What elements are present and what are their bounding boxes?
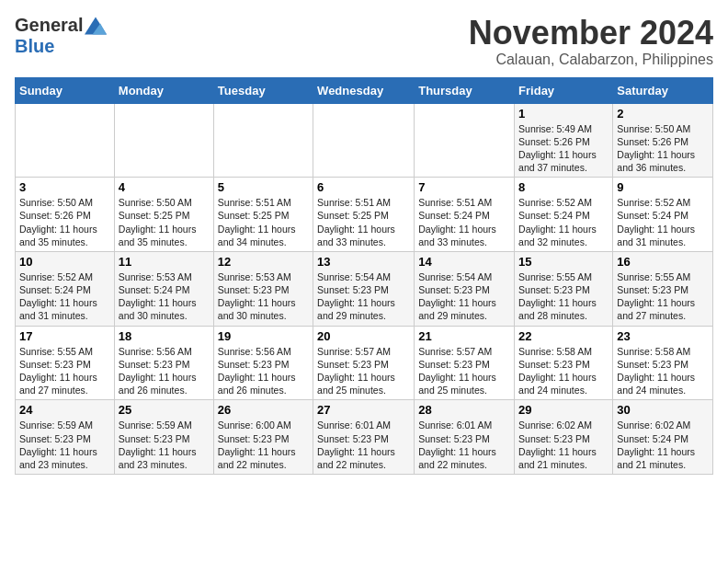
day-info: Sunrise: 5:57 AM Sunset: 5:23 PM Dayligh…: [317, 345, 410, 397]
calendar-cell: 12Sunrise: 5:53 AM Sunset: 5:23 PM Dayli…: [213, 251, 313, 326]
calendar-cell: 13Sunrise: 5:54 AM Sunset: 5:23 PM Dayli…: [313, 251, 415, 326]
logo-icon: [85, 17, 107, 35]
calendar-cell: 8Sunrise: 5:52 AM Sunset: 5:24 PM Daylig…: [515, 178, 613, 252]
day-number: 2: [617, 107, 709, 121]
month-title: November 2024: [469, 15, 713, 52]
day-info: Sunrise: 5:58 AM Sunset: 5:23 PM Dayligh…: [518, 345, 609, 397]
day-number: 15: [518, 255, 609, 269]
day-number: 12: [218, 255, 309, 269]
weekday-header: Tuesday: [213, 77, 313, 103]
calendar-cell: 26Sunrise: 6:00 AM Sunset: 5:23 PM Dayli…: [213, 400, 313, 475]
day-number: 30: [617, 403, 709, 417]
calendar-cell: [213, 103, 313, 178]
calendar-cell: 23Sunrise: 5:58 AM Sunset: 5:23 PM Dayli…: [613, 326, 713, 400]
day-number: 3: [19, 180, 110, 194]
day-number: 22: [518, 329, 609, 343]
calendar-cell: 18Sunrise: 5:56 AM Sunset: 5:23 PM Dayli…: [114, 326, 213, 400]
day-info: Sunrise: 6:02 AM Sunset: 5:23 PM Dayligh…: [518, 419, 609, 471]
day-number: 19: [218, 329, 309, 343]
day-info: Sunrise: 5:54 AM Sunset: 5:23 PM Dayligh…: [418, 270, 510, 323]
day-number: 24: [19, 403, 110, 417]
day-info: Sunrise: 5:57 AM Sunset: 5:23 PM Dayligh…: [418, 345, 510, 397]
weekday-header: Wednesday: [313, 77, 415, 103]
weekday-header: Thursday: [415, 77, 515, 103]
calendar-week-row: 3Sunrise: 5:50 AM Sunset: 5:26 PM Daylig…: [16, 178, 713, 252]
day-info: Sunrise: 5:53 AM Sunset: 5:24 PM Dayligh…: [119, 270, 210, 323]
calendar-cell: 14Sunrise: 5:54 AM Sunset: 5:23 PM Dayli…: [415, 251, 515, 326]
day-info: Sunrise: 6:01 AM Sunset: 5:23 PM Dayligh…: [418, 419, 510, 471]
day-info: Sunrise: 5:59 AM Sunset: 5:23 PM Dayligh…: [19, 419, 110, 471]
calendar-cell: 10Sunrise: 5:52 AM Sunset: 5:24 PM Dayli…: [16, 251, 115, 326]
calendar-table: SundayMondayTuesdayWednesdayThursdayFrid…: [15, 77, 713, 475]
day-info: Sunrise: 6:00 AM Sunset: 5:23 PM Dayligh…: [218, 419, 309, 471]
day-number: 9: [617, 180, 709, 194]
day-info: Sunrise: 5:52 AM Sunset: 5:24 PM Dayligh…: [19, 270, 110, 323]
logo: General Blue: [15, 15, 107, 57]
calendar-cell: 6Sunrise: 5:51 AM Sunset: 5:25 PM Daylig…: [313, 178, 415, 252]
calendar-cell: [313, 103, 415, 178]
calendar-cell: 24Sunrise: 5:59 AM Sunset: 5:23 PM Dayli…: [16, 400, 115, 475]
calendar-cell: 25Sunrise: 5:59 AM Sunset: 5:23 PM Dayli…: [114, 400, 213, 475]
day-info: Sunrise: 5:49 AM Sunset: 5:26 PM Dayligh…: [518, 122, 609, 175]
calendar-week-row: 24Sunrise: 5:59 AM Sunset: 5:23 PM Dayli…: [16, 400, 713, 475]
day-info: Sunrise: 5:51 AM Sunset: 5:25 PM Dayligh…: [218, 196, 309, 248]
calendar-cell: 15Sunrise: 5:55 AM Sunset: 5:23 PM Dayli…: [515, 251, 613, 326]
calendar-cell: 21Sunrise: 5:57 AM Sunset: 5:23 PM Dayli…: [415, 326, 515, 400]
day-info: Sunrise: 5:50 AM Sunset: 5:26 PM Dayligh…: [617, 122, 709, 175]
day-number: 16: [617, 255, 709, 269]
weekday-header-row: SundayMondayTuesdayWednesdayThursdayFrid…: [16, 77, 713, 103]
calendar-cell: [415, 103, 515, 178]
day-number: 13: [317, 255, 410, 269]
day-number: 23: [617, 329, 709, 343]
calendar-cell: 3Sunrise: 5:50 AM Sunset: 5:26 PM Daylig…: [16, 178, 115, 252]
day-number: 27: [317, 403, 410, 417]
calendar-cell: 1Sunrise: 5:49 AM Sunset: 5:26 PM Daylig…: [515, 103, 613, 178]
calendar-cell: 11Sunrise: 5:53 AM Sunset: 5:24 PM Dayli…: [114, 251, 213, 326]
calendar-cell: 29Sunrise: 6:02 AM Sunset: 5:23 PM Dayli…: [515, 400, 613, 475]
calendar-cell: 16Sunrise: 5:55 AM Sunset: 5:23 PM Dayli…: [613, 251, 713, 326]
calendar-week-row: 1Sunrise: 5:49 AM Sunset: 5:26 PM Daylig…: [16, 103, 713, 178]
day-number: 10: [19, 255, 110, 269]
day-info: Sunrise: 5:54 AM Sunset: 5:23 PM Dayligh…: [317, 270, 410, 323]
day-number: 17: [19, 329, 110, 343]
weekday-header: Saturday: [613, 77, 713, 103]
day-info: Sunrise: 5:55 AM Sunset: 5:23 PM Dayligh…: [518, 270, 609, 323]
calendar-cell: 5Sunrise: 5:51 AM Sunset: 5:25 PM Daylig…: [213, 178, 313, 252]
calendar-cell: [16, 103, 115, 178]
weekday-header: Friday: [515, 77, 613, 103]
day-info: Sunrise: 5:56 AM Sunset: 5:23 PM Dayligh…: [218, 345, 309, 397]
day-number: 29: [518, 403, 609, 417]
calendar-cell: 28Sunrise: 6:01 AM Sunset: 5:23 PM Dayli…: [415, 400, 515, 475]
calendar-cell: 30Sunrise: 6:02 AM Sunset: 5:24 PM Dayli…: [613, 400, 713, 475]
calendar-cell: 20Sunrise: 5:57 AM Sunset: 5:23 PM Dayli…: [313, 326, 415, 400]
weekday-header: Monday: [114, 77, 213, 103]
calendar-cell: 9Sunrise: 5:52 AM Sunset: 5:24 PM Daylig…: [613, 178, 713, 252]
logo-blue-text: Blue: [15, 36, 54, 57]
calendar-week-row: 10Sunrise: 5:52 AM Sunset: 5:24 PM Dayli…: [16, 251, 713, 326]
day-info: Sunrise: 6:02 AM Sunset: 5:24 PM Dayligh…: [617, 419, 709, 471]
calendar-week-row: 17Sunrise: 5:55 AM Sunset: 5:23 PM Dayli…: [16, 326, 713, 400]
title-block: November 2024 Calauan, Calabarzon, Phili…: [469, 15, 713, 68]
day-info: Sunrise: 5:51 AM Sunset: 5:25 PM Dayligh…: [317, 196, 410, 248]
day-number: 8: [518, 180, 609, 194]
day-info: Sunrise: 5:50 AM Sunset: 5:26 PM Dayligh…: [19, 196, 110, 248]
calendar-cell: 22Sunrise: 5:58 AM Sunset: 5:23 PM Dayli…: [515, 326, 613, 400]
day-number: 21: [418, 329, 510, 343]
location: Calauan, Calabarzon, Philippines: [469, 52, 713, 68]
day-number: 11: [119, 255, 210, 269]
weekday-header: Sunday: [16, 77, 115, 103]
day-info: Sunrise: 5:51 AM Sunset: 5:24 PM Dayligh…: [418, 196, 510, 248]
day-number: 14: [418, 255, 510, 269]
logo-general-text: General: [15, 15, 83, 36]
calendar-cell: 4Sunrise: 5:50 AM Sunset: 5:25 PM Daylig…: [114, 178, 213, 252]
day-info: Sunrise: 5:59 AM Sunset: 5:23 PM Dayligh…: [119, 419, 210, 471]
day-info: Sunrise: 5:50 AM Sunset: 5:25 PM Dayligh…: [119, 196, 210, 248]
day-number: 28: [418, 403, 510, 417]
day-info: Sunrise: 5:52 AM Sunset: 5:24 PM Dayligh…: [617, 196, 709, 248]
day-number: 18: [119, 329, 210, 343]
calendar-cell: 19Sunrise: 5:56 AM Sunset: 5:23 PM Dayli…: [213, 326, 313, 400]
day-number: 26: [218, 403, 309, 417]
day-number: 4: [119, 180, 210, 194]
day-info: Sunrise: 6:01 AM Sunset: 5:23 PM Dayligh…: [317, 419, 410, 471]
day-info: Sunrise: 5:55 AM Sunset: 5:23 PM Dayligh…: [19, 345, 110, 397]
